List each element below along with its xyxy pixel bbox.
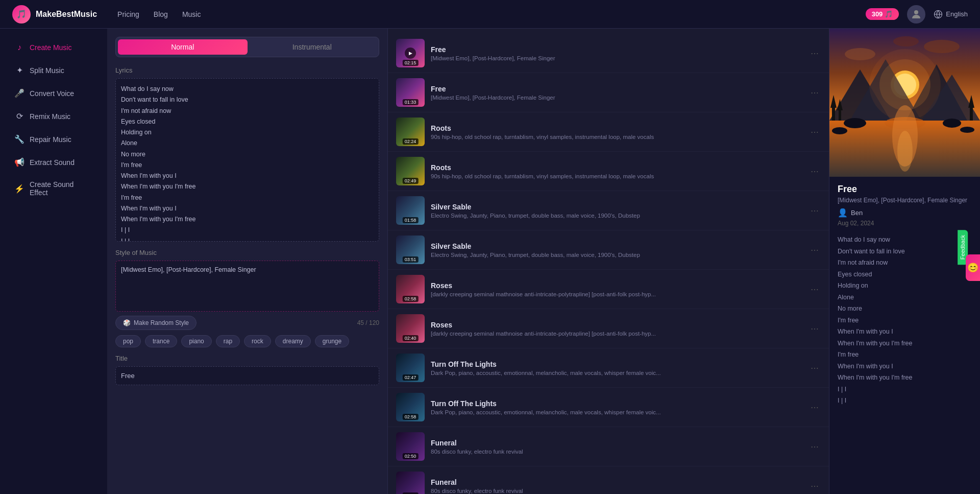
song-more-button[interactable]: ⋯ <box>808 125 821 139</box>
song-more-button[interactable]: ⋯ <box>808 243 821 257</box>
style-tags: poptrancepianoraprockdreamygrunge <box>115 335 379 347</box>
svg-point-24 <box>924 40 960 53</box>
style-tag-rap[interactable]: rap <box>216 335 240 347</box>
song-list-panel: ▶02:15Free[Midwest Emo], [Post-Hardcore]… <box>388 29 829 494</box>
nav-pricing[interactable]: Pricing <box>117 10 139 18</box>
title-input[interactable]: Free <box>115 366 379 385</box>
song-more-button[interactable]: ⋯ <box>808 164 821 178</box>
song-more-button[interactable]: ⋯ <box>808 361 821 375</box>
song-title: Turn Off The Lights <box>431 399 802 408</box>
song-more-button[interactable]: ⋯ <box>808 283 821 296</box>
style-tag-piano[interactable]: piano <box>181 335 211 347</box>
song-info: Roses[darkly creeping seminal mathnoise … <box>431 281 802 297</box>
track-title: Free <box>838 184 972 195</box>
song-item-5[interactable]: 01:58Silver SableElectro Swing, Jaunty, … <box>388 191 829 230</box>
song-more-button[interactable]: ⋯ <box>808 46 821 60</box>
style-tag-grunge[interactable]: grunge <box>315 335 349 347</box>
song-item-11[interactable]: 02:50Funeral80s disco funky, electro fun… <box>388 427 829 466</box>
svg-point-12 <box>897 131 913 172</box>
song-info: Roots90s hip-hop, old school rap, turnta… <box>431 124 802 140</box>
song-title: Funeral <box>431 478 802 486</box>
song-title: Silver Sable <box>431 242 802 250</box>
song-thumbnail: 02:58 <box>396 393 425 421</box>
song-info: Roses[darkly creeping seminal mathnoise … <box>431 321 802 337</box>
random-style-button[interactable]: 🎲 Make Random Style <box>115 316 197 330</box>
song-thumbnail: 02:24 <box>396 117 425 146</box>
song-thumbnail: ▶02:15 <box>396 39 425 67</box>
song-item-3[interactable]: 02:24Roots90s hip-hop, old school rap, t… <box>388 112 829 152</box>
song-item-12[interactable]: 02:50Funeral80s disco funky, electro fun… <box>388 466 829 494</box>
style-tag-pop[interactable]: pop <box>115 335 141 347</box>
svg-point-23 <box>845 48 875 60</box>
song-more-button[interactable]: ⋯ <box>808 86 821 100</box>
song-info: Silver SableElectro Swing, Jaunty, Piano… <box>431 203 802 219</box>
song-info: Funeral80s disco funky, electro funk rev… <box>431 478 802 494</box>
lyrics-label: Lyrics <box>115 66 379 74</box>
lang-label: English <box>946 10 968 18</box>
svg-point-0 <box>914 10 918 14</box>
song-thumbnail: 02:50 <box>396 472 425 494</box>
song-item-10[interactable]: 02:58Turn Off The LightsDark Pop, piano,… <box>388 388 829 427</box>
char-count: 45 / 120 <box>357 319 379 326</box>
song-info: Free[Midwest Emo], [Post-Hardcore], Fema… <box>431 45 802 61</box>
lyrics-box[interactable]: What do I say nowDon't want to fall in l… <box>115 78 379 242</box>
song-title: Roses <box>431 321 802 329</box>
svg-point-20 <box>943 119 961 128</box>
song-duration: 01:33 <box>403 99 419 105</box>
nav-music[interactable]: Music <box>182 10 201 18</box>
song-thumbnail: 02:49 <box>396 157 425 185</box>
song-item-4[interactable]: 02:49Roots90s hip-hop, old school rap, t… <box>388 152 829 191</box>
sidebar-item-extract-sound[interactable]: 📢 Extract Sound <box>4 152 103 173</box>
tab-instrumental[interactable]: Instrumental <box>248 39 377 55</box>
song-item-7[interactable]: 02:58Roses[darkly creeping seminal mathn… <box>388 270 829 309</box>
song-duration: 02:49 <box>403 178 419 184</box>
credits-badge[interactable]: 309 🎵 <box>866 8 899 20</box>
sidebar-item-split-music[interactable]: ✦ Split Music <box>4 60 103 81</box>
lang-btn[interactable]: English <box>934 10 968 19</box>
create-panel: Normal Instrumental Lyrics What do I say… <box>107 29 388 494</box>
sidebar-item-repair-music[interactable]: 🔧 Repair Music <box>4 129 103 150</box>
track-lyrics: What do I say nowDon't want to fall in l… <box>838 234 972 407</box>
song-more-button[interactable]: ⋯ <box>808 479 821 493</box>
song-thumbnail: 02:47 <box>396 354 425 382</box>
tab-normal[interactable]: Normal <box>118 39 248 55</box>
avatar-btn[interactable] <box>907 5 925 23</box>
song-more-button[interactable]: ⋯ <box>808 322 821 336</box>
style-tag-rock[interactable]: rock <box>244 335 271 347</box>
song-tags: 90s hip-hop, old school rap, turntablism… <box>431 173 802 179</box>
sidebar-item-remix-music[interactable]: ⟳ Remix Music <box>4 106 103 127</box>
style-tag-dreamy[interactable]: dreamy <box>275 335 311 347</box>
song-item-8[interactable]: 02:40Roses[darkly creeping seminal mathn… <box>388 309 829 348</box>
song-more-button[interactable]: ⋯ <box>808 440 821 454</box>
play-icon[interactable]: ▶ <box>405 48 416 59</box>
song-tags: Dark Pop, piano, accoustic, emotionnal, … <box>431 370 802 376</box>
song-thumbnail: 02:40 <box>396 314 425 343</box>
song-item-2[interactable]: 01:33Free[Midwest Emo], [Post-Hardcore],… <box>388 73 829 112</box>
song-thumbnail: 03:51 <box>396 236 425 264</box>
style-tag-trance[interactable]: trance <box>145 335 177 347</box>
song-item-9[interactable]: 02:47Turn Off The LightsDark Pop, piano,… <box>388 348 829 388</box>
pink-side-button[interactable]: 😊 <box>966 254 980 281</box>
song-title: Silver Sable <box>431 203 802 211</box>
svg-point-21 <box>832 127 847 134</box>
sidebar-item-create-music[interactable]: ♪ Create Music <box>4 37 103 58</box>
song-more-button[interactable]: ⋯ <box>808 401 821 414</box>
nav-blog[interactable]: Blog <box>154 10 168 18</box>
sidebar-item-create-sound-effect[interactable]: ⚡ Create Sound Effect <box>4 175 103 202</box>
song-item-1[interactable]: ▶02:15Free[Midwest Emo], [Post-Hardcore]… <box>388 34 829 73</box>
credits-icon: 🎵 <box>885 10 893 18</box>
thumb-image <box>396 472 425 494</box>
track-author: Ben <box>851 209 863 217</box>
song-item-6[interactable]: 03:51Silver SableElectro Swing, Jaunty, … <box>388 230 829 270</box>
svg-point-19 <box>844 118 866 128</box>
song-info: Turn Off The LightsDark Pop, piano, acco… <box>431 360 802 376</box>
sidebar-item-convert-voice[interactable]: 🎤 Convert Voice <box>4 83 103 104</box>
sidebar-label-extract-sound: Extract Sound <box>30 158 75 167</box>
svg-point-22 <box>960 127 974 133</box>
song-tags: [Midwest Emo], [Post-Hardcore], Female S… <box>431 95 802 101</box>
song-more-button[interactable]: ⋯ <box>808 204 821 218</box>
style-input[interactable]: [Midwest Emo], [Post-Hardcore], Female S… <box>115 261 379 312</box>
sidebar-label-create-music: Create Music <box>30 43 71 52</box>
song-thumbnail: 02:50 <box>396 432 425 461</box>
svg-point-27 <box>869 49 941 121</box>
